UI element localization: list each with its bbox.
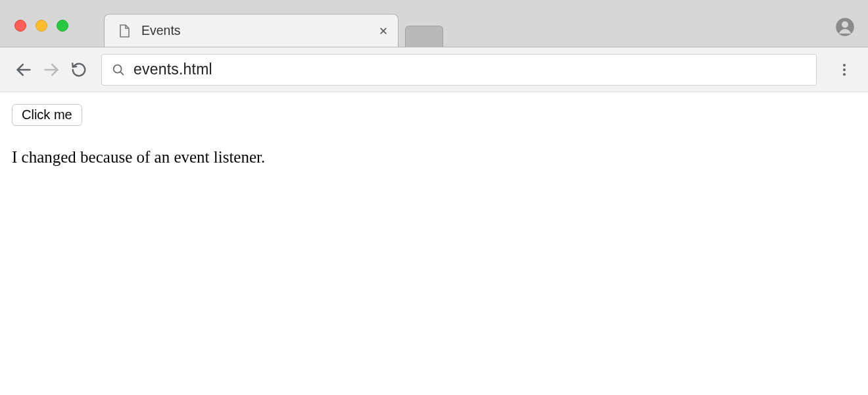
maximize-window-button[interactable] xyxy=(57,20,68,32)
back-button[interactable] xyxy=(12,58,36,82)
click-me-button[interactable]: Click me xyxy=(12,104,82,126)
browser-toolbar: events.html xyxy=(0,47,868,92)
svg-point-9 xyxy=(843,68,846,71)
url-text: events.html xyxy=(133,61,212,78)
new-tab-button[interactable] xyxy=(405,26,443,47)
profile-avatar-icon[interactable] xyxy=(835,17,855,37)
address-bar[interactable]: events.html xyxy=(101,54,817,86)
svg-point-8 xyxy=(843,64,846,66)
close-window-button[interactable] xyxy=(14,20,26,32)
forward-button[interactable] xyxy=(39,58,63,82)
browser-tabstrip: Events xyxy=(0,0,868,47)
search-icon xyxy=(111,63,126,77)
svg-point-6 xyxy=(114,65,122,72)
reload-button[interactable] xyxy=(67,58,91,82)
svg-point-3 xyxy=(842,21,848,28)
file-icon xyxy=(116,23,132,39)
tab-bar: Events xyxy=(104,14,443,47)
close-tab-icon[interactable] xyxy=(377,24,390,38)
browser-tab-active[interactable]: Events xyxy=(104,14,398,47)
menu-button[interactable] xyxy=(832,58,856,82)
page-content: Click me I changed because of an event l… xyxy=(0,92,868,178)
tab-title: Events xyxy=(141,23,377,38)
svg-point-10 xyxy=(843,73,846,76)
result-paragraph: I changed because of an event listener. xyxy=(12,148,856,167)
minimize-window-button[interactable] xyxy=(36,20,47,32)
window-controls xyxy=(14,20,68,32)
svg-line-7 xyxy=(120,71,124,74)
